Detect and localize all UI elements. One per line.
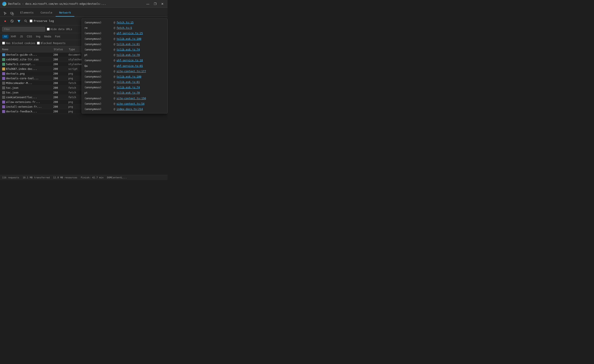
callstack-func: (anonymous) [84,48,112,52]
callstack-at: @ [114,75,115,79]
callstack-at: @ [114,42,115,47]
callstack-func: (anonymous) [84,42,112,47]
tab-network[interactable]: Network [56,9,74,17]
callstack-func: (anonymous) [84,31,112,35]
tab-bar: Elements Console Network [0,8,168,17]
col-status-header[interactable]: Status [54,48,69,51]
callstack-link[interactable]: tslib.es6.js:70 [116,91,140,95]
row-status: 200 [53,101,68,104]
callstack-row: (anonymous) @ site-context.ts:54 [82,101,167,107]
row-type-icon [2,67,5,70]
row-status: 200 [53,72,68,75]
callstack-func: pt [84,53,112,57]
callstack-func: (anonymous) [84,58,112,62]
restore-button[interactable]: ❐ [152,2,158,6]
close-button[interactable]: ✕ [159,2,165,6]
callstack-link[interactable]: tslib.es6.js:74 [116,86,140,90]
type-all-button[interactable]: All [2,35,8,39]
col-name-header[interactable]: Name [2,48,54,51]
callstack-link[interactable]: uhf-service.ts:18 [116,58,143,62]
row-status: 200 [53,67,68,70]
row-status: 200 [53,105,68,108]
row-name: allow-extensions-fr... [6,101,53,104]
filter-input[interactable] [2,27,45,32]
transferred-size: 10.1 MB transferred [23,176,50,179]
callstack-link[interactable]: tslib.es6.js:100 [116,37,141,41]
callstack-at: @ [114,21,115,25]
callstack-link[interactable]: tslib.es6.js:100 [116,75,141,79]
callstack-at: @ [114,80,115,84]
hide-data-urls-label[interactable]: Hide data URLs [47,28,72,31]
device-emulation-icon[interactable] [9,11,15,17]
blocked-requests-checkbox[interactable] [37,42,40,45]
callstack-link[interactable]: index-docs.ts:214 [116,107,143,111]
type-css-button[interactable]: CSS [25,35,34,39]
row-type-icon [2,105,5,108]
minimize-button[interactable]: — [145,2,151,6]
preserve-log-label[interactable]: Preserve log [30,19,54,23]
edge-icon [2,2,7,6]
search-button[interactable] [23,18,29,24]
record-button[interactable]: ● [2,18,8,24]
row-type-icon [2,53,5,56]
window-title: DevTools - docs.microsoft.com/en-us/micr… [8,2,143,5]
tool-icons [2,11,15,17]
callstack-link[interactable]: site-context.ts:54 [116,102,144,106]
callstack-row: (anonymous) @ tslib.es6.js:81 [82,42,167,47]
callstack-link[interactable]: site-context.ts:177 [116,69,146,74]
row-type-icon [2,72,5,75]
row-name: install-extension-fr... [6,105,53,108]
tab-console[interactable]: Console [37,9,56,17]
type-media-button[interactable]: Media [42,35,53,39]
type-js-button[interactable]: JS [18,35,25,39]
row-type-icon [2,77,5,80]
callstack-at: @ [114,107,115,111]
callstack-at: @ [114,64,115,68]
row-name: devtools-guide-ch... [6,53,53,56]
callstack-row: (anonymous) @ fetch.ts:15 [82,20,167,25]
row-status: 200 [53,77,68,80]
inspect-element-icon[interactable] [2,11,8,17]
callstack-link[interactable]: tslib.es6.js:70 [116,53,140,57]
callstack-link[interactable]: uhf-service.ts:65 [116,64,143,68]
callstack-link[interactable]: fetch.ts:15 [116,21,133,25]
type-xhr-button[interactable]: XHR [9,35,18,39]
callstack-link[interactable]: site-context.ts:150 [116,96,146,101]
devtools-main: Elements Console Network ● [0,8,168,180]
callstack-row: (anonymous) @ uhf-service.ts:25 [82,31,167,36]
row-name: toc.json [6,86,53,89]
callstack-link[interactable]: tslib.es6.js:81 [116,80,140,84]
clear-button[interactable] [9,18,15,24]
type-img-button[interactable]: Img [34,35,42,39]
callstack-link[interactable]: fetch.ts:5 [116,26,132,30]
callstack-func: (anonymous) [84,75,112,79]
status-bar: 116 requests 10.1 MB transferred 12.8 MB… [0,175,168,180]
hide-data-urls-checkbox[interactable] [47,28,50,31]
type-font-button[interactable]: Font [53,35,62,39]
window-controls: — ❐ ✕ [145,2,165,6]
row-type-icon [2,86,5,89]
callstack-link[interactable]: uhf-service.ts:25 [116,31,143,35]
callstack-func: Qa [84,64,112,68]
callstack-at: @ [114,37,115,41]
row-type-icon [2,101,5,104]
preserve-log-checkbox[interactable] [30,20,33,22]
blocked-requests-label[interactable]: Blocked Requests [37,42,66,45]
callstack-at: @ [114,58,115,62]
row-type-icon [2,58,5,61]
callstack-func: (anonymous) [84,21,112,25]
callstack-link[interactable]: tslib.es6.js:74 [116,48,140,52]
tab-elements[interactable]: Elements [17,9,37,17]
row-type-icon [2,63,5,66]
callstack-row: (anonymous) @ tslib.es6.js:81 [82,80,167,85]
callstack-row: (anonymous) @ tslib.es6.js:100 [82,36,167,42]
row-status: 200 [53,86,68,89]
callstack-link[interactable]: tslib.es6.js:81 [116,42,140,47]
row-status: 200 [53,53,68,56]
has-blocked-cookies-label[interactable]: Has blocked cookies [2,42,35,45]
row-name: cookieConsent?loc... [6,96,53,99]
resources-size: 12.8 MB resources [53,176,77,179]
filter-button[interactable] [16,18,22,24]
has-blocked-cookies-checkbox[interactable] [2,42,5,45]
callstack-at: @ [114,86,115,90]
